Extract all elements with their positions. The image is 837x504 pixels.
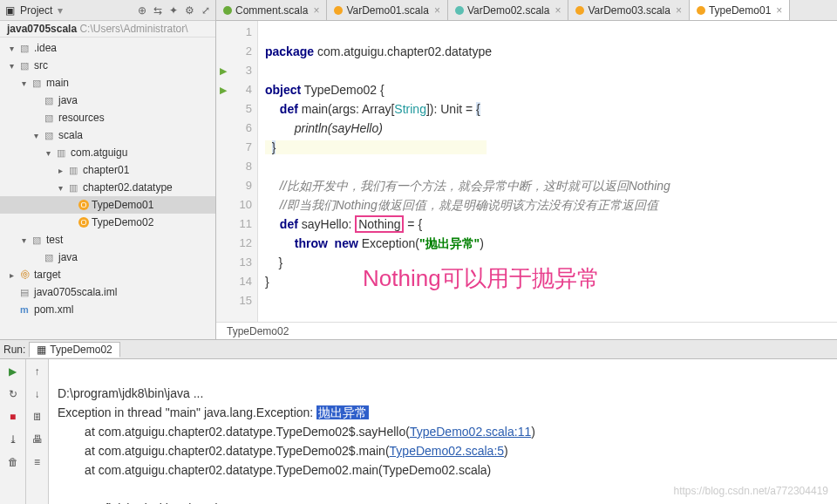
sb-icon-3[interactable]: ⚙	[185, 4, 194, 17]
tree-node-java0705scala-iml[interactable]: java0705scala.iml	[0, 283, 215, 301]
settings-button[interactable]: ≡	[29, 453, 46, 471]
filetype-icon	[575, 6, 584, 15]
gutter-line[interactable]: 11	[216, 215, 257, 234]
nothing-highlight: Nothing	[355, 215, 404, 233]
sb-icon-1[interactable]: ⇆	[153, 4, 162, 17]
tree-node-chapter02-datatype[interactable]: ▾chapter02.datatype	[0, 179, 215, 196]
editor-tabstrip: Comment.scala×VarDemo01.scala×VarDemo02.…	[216, 0, 837, 21]
tree-node-com-atguigu[interactable]: ▾com.atguigu	[0, 144, 215, 161]
project-tree[interactable]: ▾.idea▾src▾mainjavaresources▾scala▾com.a…	[0, 37, 215, 339]
rerun-button[interactable]: ↻	[4, 385, 22, 403]
print-button[interactable]: 🖶	[29, 431, 46, 448]
pkg-icon	[66, 180, 80, 194]
tree-node-java[interactable]: java	[0, 92, 215, 109]
trash-button[interactable]: 🗑	[4, 453, 22, 471]
run-gutter-icon[interactable]: ▶	[220, 61, 227, 80]
tree-node--idea[interactable]: ▾.idea	[0, 39, 215, 57]
tree-node-test[interactable]: ▾test	[0, 231, 215, 249]
gutter-line[interactable]: 2	[216, 42, 257, 61]
tree-node-java[interactable]: java	[0, 249, 215, 266]
tree-node-resources[interactable]: resources	[0, 109, 215, 126]
gutter-line[interactable]: 13	[216, 253, 257, 272]
twisty-icon[interactable]: ▾	[54, 183, 66, 193]
filetype-icon	[334, 6, 343, 15]
close-icon[interactable]: ×	[434, 4, 440, 17]
run-tool-window: Run: ▦ TypeDemo02 ▶ ↻ ■ ⤓ 🗑 ↑ ↓ 🗏 🖶 ≡ D:…	[0, 340, 837, 504]
twisty-icon[interactable]: ▾	[17, 78, 30, 88]
tree-node-target[interactable]: ▸target	[0, 266, 215, 283]
sb-icon-2[interactable]: ✦	[169, 4, 178, 17]
sb-icon-0[interactable]: ⊕	[138, 4, 146, 17]
run-console[interactable]: D:\program\jdk8\bin\java ... Exception i…	[49, 359, 837, 504]
tree-node-scala[interactable]: ▾scala	[0, 126, 215, 144]
tab-label: VarDemo01.scala	[346, 4, 429, 17]
up-button[interactable]: ↑	[29, 363, 46, 380]
tree-node-main[interactable]: ▾main	[0, 74, 215, 92]
gutter-line[interactable]: 3▶	[216, 61, 257, 80]
project-sidebar: ▣ Project ▾ ⊕ ⇆ ✦ ⚙ ⤢ java0705scala C:\U…	[0, 0, 216, 339]
gutter-line[interactable]: 5	[216, 99, 257, 119]
gutter-line[interactable]: 7	[216, 138, 257, 157]
editor-tab-typedemo01[interactable]: TypeDemo01×	[690, 0, 790, 20]
gutter-line[interactable]: 15	[216, 291, 257, 310]
gutter-line[interactable]: 10	[216, 195, 257, 215]
code-editor[interactable]: 123▶4▶56789101112131415 package com.atgu…	[216, 21, 837, 322]
tree-node-pom-xml[interactable]: pom.xml	[0, 301, 215, 318]
stack-link-1[interactable]: TypeDemo02.scala:11	[410, 425, 531, 439]
twisty-icon[interactable]: ▸	[54, 166, 66, 175]
editor-tab-vardemo01-scala[interactable]: VarDemo01.scala×	[327, 0, 448, 20]
editor-tab-comment-scala[interactable]: Comment.scala×	[216, 0, 327, 20]
tree-node-typedemo02[interactable]: TypeDemo02	[0, 214, 215, 231]
stack-link-2[interactable]: TypeDemo02.scala:5	[390, 444, 505, 458]
twisty-icon[interactable]: ▾	[5, 61, 17, 71]
gutter-line[interactable]: 12	[216, 234, 257, 253]
tree-label: TypeDemo01	[92, 199, 153, 211]
filetype-icon	[455, 6, 464, 15]
twisty-icon[interactable]: ▸	[5, 270, 17, 280]
code-content[interactable]: package com.atguigu.chapter02.datatype o…	[258, 21, 837, 322]
gutter-line[interactable]: 8	[216, 157, 257, 176]
sb-icon-4[interactable]: ⤢	[201, 4, 210, 17]
run-button[interactable]: ▶	[4, 363, 22, 380]
tree-node-typedemo01[interactable]: TypeDemo01	[0, 196, 215, 214]
softwrap-button[interactable]: 🗏	[29, 408, 46, 426]
tree-label: .idea	[34, 42, 57, 54]
twisty-icon[interactable]: ▾	[17, 235, 30, 245]
gutter-line[interactable]: 9	[216, 176, 257, 195]
twisty-icon[interactable]: ▾	[30, 131, 42, 140]
close-icon[interactable]: ×	[555, 4, 561, 17]
pkg-icon	[66, 163, 80, 177]
tab-label: Comment.scala	[235, 4, 308, 17]
close-icon[interactable]: ×	[776, 4, 782, 17]
gutter-line[interactable]: 6	[216, 119, 257, 138]
watermark: https://blog.csdn.net/a772304419	[674, 481, 828, 501]
editor-tab-vardemo03-scala[interactable]: VarDemo03.scala×	[568, 0, 690, 20]
folder-icon	[17, 58, 31, 72]
tree-label: resources	[58, 112, 105, 124]
tab-label: VarDemo03.scala	[588, 4, 670, 17]
twisty-icon[interactable]: ▾	[5, 44, 17, 53]
tree-label: TypeDemo02	[92, 216, 153, 228]
tree-node-chapter01[interactable]: ▸chapter01	[0, 161, 215, 179]
tree-label: target	[34, 269, 61, 281]
editor-gutter: 123▶4▶56789101112131415	[216, 21, 258, 322]
tree-node-src[interactable]: ▾src	[0, 57, 215, 74]
annotation-text: Nothing可以用于抛异常	[363, 269, 600, 288]
tree-label: pom.xml	[34, 303, 73, 316]
close-icon[interactable]: ×	[676, 4, 682, 17]
editor-tab-vardemo02-scala[interactable]: VarDemo02.scala×	[448, 0, 569, 20]
run-tool-label: Run:	[3, 344, 25, 356]
tree-label: com.atguigu	[71, 146, 127, 159]
gutter-line[interactable]: 14	[216, 272, 257, 291]
pkg-icon	[54, 146, 68, 160]
gutter-line[interactable]: 1	[216, 23, 257, 42]
stop-button[interactable]: ■	[4, 408, 22, 426]
run-gutter-icon[interactable]: ▶	[220, 80, 227, 99]
run-config-tab[interactable]: ▦ TypeDemo02	[29, 342, 119, 358]
gutter-line[interactable]: 4▶	[216, 80, 257, 99]
editor-breadcrumb[interactable]: TypeDemo02	[216, 322, 837, 339]
down-button[interactable]: ↓	[29, 385, 46, 403]
close-icon[interactable]: ×	[313, 4, 319, 17]
twisty-icon[interactable]: ▾	[42, 148, 54, 158]
dump-button[interactable]: ⤓	[4, 431, 22, 448]
